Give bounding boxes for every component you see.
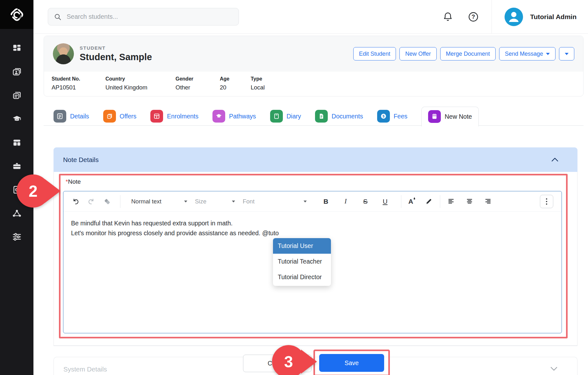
tab-details[interactable]: Details xyxy=(54,110,89,123)
search-icon xyxy=(54,13,61,21)
note-field-label: *Note xyxy=(66,178,81,185)
more-tools-button[interactable] xyxy=(540,195,553,208)
bold-button[interactable]: B xyxy=(322,198,330,205)
enrolments-tab-icon xyxy=(150,110,163,123)
field-value: AP10501 xyxy=(52,84,105,91)
student-photo xyxy=(53,43,74,64)
note-details-header[interactable]: Note Details xyxy=(54,147,577,172)
logo-icon xyxy=(8,5,26,24)
italic-button[interactable]: I xyxy=(342,197,349,205)
font-family-dropdown[interactable]: Font xyxy=(239,195,311,209)
details-tab-icon xyxy=(54,110,66,123)
courses-icon[interactable] xyxy=(12,114,22,124)
system-details-panel[interactable]: System Details xyxy=(54,357,577,375)
search-box[interactable] xyxy=(48,8,239,25)
align-left-icon[interactable] xyxy=(447,198,455,205)
note-details-title: Note Details xyxy=(63,156,99,164)
toolbar-divider xyxy=(120,195,120,208)
mention-option-tutorial-director[interactable]: Tutorial Director xyxy=(273,269,331,285)
student-header-card: STUDENT Student, Sample Edit Student New… xyxy=(44,36,584,96)
paragraph-style-dropdown[interactable]: Normal text xyxy=(127,195,191,209)
note-text-line: Be mindful that Kevin has requested extr… xyxy=(71,218,554,228)
search-input[interactable] xyxy=(66,13,233,21)
diary-tab-icon xyxy=(270,110,283,123)
chevron-up-icon[interactable] xyxy=(551,158,558,162)
eraser-icon[interactable] xyxy=(104,198,111,205)
align-right-icon[interactable] xyxy=(484,198,492,205)
dashboard-icon[interactable] xyxy=(12,44,22,53)
mention-option-tutorial-user[interactable]: Tutorial User xyxy=(273,238,331,254)
tab-bar: Details Offers Enrolments Pathways xyxy=(54,106,479,126)
field-label: Country xyxy=(105,76,176,82)
chevron-down-icon[interactable] xyxy=(550,367,557,371)
tab-fees[interactable]: $ Fees xyxy=(377,110,407,123)
chevron-down-icon xyxy=(546,53,550,55)
redo-icon[interactable] xyxy=(88,198,95,205)
font-size-dropdown[interactable]: Size xyxy=(191,195,239,209)
tab-offers[interactable]: Offers xyxy=(103,110,137,123)
help-icon[interactable]: ? xyxy=(468,11,479,22)
note-text-line: Let's monitor his progress closely and p… xyxy=(71,228,554,238)
panel-bottom-divider xyxy=(54,346,577,346)
field-value: Local xyxy=(251,84,295,91)
toolbar-divider xyxy=(401,195,401,208)
undo-icon[interactable] xyxy=(72,198,79,205)
user-name[interactable]: Tutorial Admin xyxy=(530,13,577,21)
toolbar-divider xyxy=(440,195,440,208)
strikethrough-button[interactable]: S xyxy=(362,198,369,205)
fees-tab-icon: $ xyxy=(377,110,390,123)
app-logo xyxy=(0,0,33,29)
new-offer-button[interactable]: New Offer xyxy=(399,47,437,60)
chevron-down-icon xyxy=(565,53,569,55)
field-label: Student No. xyxy=(52,76,105,82)
edit-student-button[interactable]: Edit Student xyxy=(353,47,396,60)
align-center-icon[interactable] xyxy=(466,198,473,205)
mention-option-tutorial-teacher[interactable]: Tutorial Teacher xyxy=(273,254,331,269)
mention-dropdown: Tutorial User Tutorial Teacher Tutorial … xyxy=(273,238,331,286)
tab-pathways[interactable]: Pathways xyxy=(212,110,256,123)
students-icon[interactable] xyxy=(12,67,22,77)
settings-icon[interactable] xyxy=(12,232,22,242)
student-actions: Edit Student New Offer Merge Document Se… xyxy=(353,47,574,60)
tab-diary[interactable]: Diary xyxy=(270,110,301,123)
documents-tab-icon xyxy=(315,110,328,123)
highlighter-icon[interactable] xyxy=(425,198,433,205)
svg-text:$: $ xyxy=(383,114,384,118)
pathways-tab-icon xyxy=(212,110,225,123)
topbar-divider xyxy=(491,0,492,34)
offers-icon[interactable] xyxy=(12,91,22,100)
tab-documents[interactable]: Documents xyxy=(315,110,363,123)
tab-new-note[interactable]: New Note xyxy=(421,107,479,127)
field-label: Age xyxy=(220,76,251,82)
send-message-button[interactable]: Send Message xyxy=(499,47,556,60)
topbar: ? Tutorial Admin xyxy=(33,0,588,34)
editor-toolbar: Normal text Size Font B I S U A xyxy=(63,191,562,212)
save-button[interactable]: Save xyxy=(319,354,384,372)
underline-button[interactable]: U xyxy=(381,198,389,205)
font-color-icon[interactable]: A xyxy=(408,198,413,205)
new-note-tab-icon xyxy=(428,110,441,123)
offers-tab-icon xyxy=(103,110,116,123)
student-name: Student, Sample xyxy=(80,52,152,62)
cancel-button[interactable]: Cancel xyxy=(243,355,312,372)
user-icon xyxy=(505,8,523,26)
agents-icon[interactable] xyxy=(12,209,22,218)
sidebar xyxy=(0,0,33,375)
field-label: Gender xyxy=(176,76,220,82)
field-value: United Kingdom xyxy=(105,84,176,91)
merge-document-button[interactable]: Merge Document xyxy=(440,47,496,60)
app-root: ? Tutorial Admin STUDENT Student, Sample… xyxy=(0,0,588,375)
tab-enrolments[interactable]: Enrolments xyxy=(150,110,198,123)
field-value: Other xyxy=(176,84,220,91)
user-avatar[interactable] xyxy=(505,8,523,26)
system-details-title: System Details xyxy=(63,365,107,373)
field-label: Type xyxy=(251,76,295,82)
invoices-icon[interactable] xyxy=(12,185,22,195)
student-header: STUDENT Student, Sample Edit Student New… xyxy=(44,36,583,72)
more-actions-button[interactable] xyxy=(559,47,574,60)
sidebar-nav xyxy=(0,44,33,242)
careers-icon[interactable] xyxy=(12,161,22,171)
topbar-right: ? Tutorial Admin xyxy=(442,0,588,34)
notifications-icon[interactable] xyxy=(442,11,453,22)
enrolments-icon[interactable] xyxy=(12,138,22,147)
